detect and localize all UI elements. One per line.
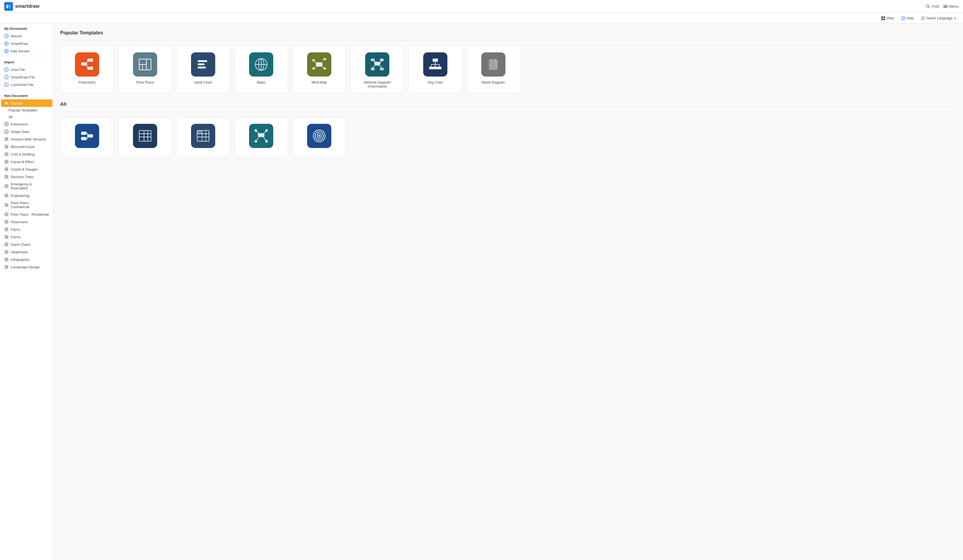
network-diagram-icon <box>369 57 385 73</box>
svg-rect-33 <box>5 137 8 141</box>
sidebar-item-microsoft-azure[interactable]: Microsoft Azure <box>0 143 54 151</box>
template-card-floor-plans[interactable]: Floor Plans <box>118 46 172 93</box>
org-chart-icon <box>427 57 443 73</box>
svg-rect-46 <box>5 243 8 246</box>
svg-line-4 <box>929 7 930 8</box>
sidebar-item-charts---gauges[interactable]: Charts & Gauges <box>0 165 54 173</box>
sidebar-item-lucidchart-file[interactable]: L Lucidchart File <box>0 81 54 88</box>
all-5-icon-wrap <box>307 124 331 148</box>
svg-rect-75 <box>374 62 380 66</box>
search-label: Find <box>932 4 939 8</box>
view-button[interactable]: View <box>879 15 896 21</box>
sidebar-item-recent[interactable]: Recent <box>0 32 54 40</box>
sidebar-item-floor-plans---commercial[interactable]: Floor Plans - Commercial <box>0 199 54 210</box>
svg-rect-84 <box>433 58 438 62</box>
smartdraw-file-label: SmartDraw File <box>11 75 35 79</box>
blank-icon-wrap <box>481 52 506 76</box>
mind-map-icon-wrap <box>307 52 331 76</box>
all-3-icon-wrap <box>191 124 215 148</box>
sidebar-list-icon-10 <box>4 220 8 224</box>
svg-point-123 <box>318 135 320 137</box>
main-layout: My Documents Recent SmartDraw Add Servic… <box>0 24 963 560</box>
popular-templates-sub-label: Popular Templates <box>8 108 37 112</box>
sidebar-list-icon-13 <box>4 242 8 246</box>
svg-rect-78 <box>371 68 374 70</box>
sidebar-item-extensions[interactable]: Extensions <box>0 120 54 128</box>
template-card-all-4[interactable] <box>234 117 288 156</box>
template-card-gantt[interactable]: Gantt Chart <box>176 46 230 93</box>
svg-marker-18 <box>6 43 7 44</box>
maps-label: Maps <box>257 80 266 84</box>
language-label: Select Language <box>926 16 953 20</box>
svg-rect-91 <box>433 66 438 69</box>
template-card-all-5[interactable] <box>292 117 346 156</box>
sidebar-item-emergency---evacuation[interactable]: Emergency & Evacuation <box>0 180 54 192</box>
sidebar-item-infographics[interactable]: Infographics <box>0 256 54 263</box>
maps-icon-wrap <box>249 52 273 76</box>
template-card-org-chart[interactable]: Org Chart <box>409 46 462 93</box>
svg-rect-47 <box>5 250 8 254</box>
shape-data-icon: $ <box>4 129 8 134</box>
sidebar-list-label-12: Forms <box>11 235 21 239</box>
sidebar-item-flowcharts[interactable]: Flowcharts <box>0 218 54 226</box>
recent-label: Recent <box>11 34 22 38</box>
all-template-grid <box>60 117 957 156</box>
all-sub-label: All <box>8 115 12 119</box>
template-card-all-2[interactable] <box>118 117 172 156</box>
floor-plans-label: Floor Plans <box>136 80 154 84</box>
my-documents-label: My Documents <box>0 24 54 32</box>
floor-plans-icon <box>137 57 153 73</box>
template-card-network[interactable]: Network Diagram (Automated) <box>350 46 404 93</box>
sidebar-list-label-6: Emergency & Evacuation <box>11 182 49 190</box>
all-5-icon <box>311 128 327 144</box>
recent-icon <box>4 34 8 38</box>
template-card-maps[interactable]: Maps <box>234 46 288 93</box>
sidebar-item-smartdraw-file[interactable]: S SmartDraw File <box>0 73 54 81</box>
smartdraw-icon <box>4 41 8 46</box>
svg-rect-61 <box>198 66 206 68</box>
svg-line-54 <box>86 64 88 68</box>
svg-rect-41 <box>5 203 8 207</box>
all-1-icon <box>79 128 95 144</box>
sidebar-item-amazon-web-services[interactable]: Amazon Web Services <box>0 135 54 143</box>
svg-rect-34 <box>5 145 8 149</box>
sidebar-item-smartdraw[interactable]: SmartDraw <box>0 40 54 47</box>
template-card-all-1[interactable] <box>60 117 114 156</box>
svg-line-53 <box>86 60 88 64</box>
sidebar-list-icon-4 <box>4 167 8 172</box>
sidebar-item-engineering[interactable]: Engineering <box>0 192 54 199</box>
svg-rect-48 <box>5 257 8 261</box>
sidebar-item-gantt-charts[interactable]: Gantt Charts <box>0 241 54 248</box>
sidebar-item-decision-trees[interactable]: Decision Trees <box>0 173 54 180</box>
template-card-mind-map[interactable]: Mind Map <box>292 46 346 93</box>
search-button[interactable]: Find <box>926 4 939 8</box>
sidebar-item-healthcare[interactable]: Healthcare <box>0 248 54 256</box>
sidebar-item-add-service[interactable]: Add Service <box>0 47 54 55</box>
sidebar-item-floor-plans---residential[interactable]: Floor Plans - Residential <box>0 210 54 218</box>
language-button[interactable]: G Select Language <box>919 15 959 21</box>
sidebar-item-cad---drafting[interactable]: CAD & Drafting <box>0 151 54 158</box>
sidebar-item-forms[interactable]: Forms <box>0 233 54 241</box>
lucidchart-file-label: Lucidchart File <box>11 83 34 87</box>
org-chart-icon-wrap <box>423 52 447 76</box>
sidebar-sub-popular-templates[interactable]: Popular Templates <box>0 107 54 113</box>
sidebar-sub-all[interactable]: All <box>0 113 54 120</box>
sidebar-item-popular[interactable]: Popular <box>1 99 52 107</box>
sidebar-item-visio-file[interactable]: V Visio File <box>0 66 54 73</box>
sidebar-item-flyers[interactable]: Flyers <box>0 226 54 233</box>
sidebar-list-label-3: Cause & Effect <box>11 160 34 164</box>
template-card-flowcharts[interactable]: Flowcharts <box>60 46 114 93</box>
menu-button[interactable]: Menu <box>944 4 959 8</box>
svg-marker-28 <box>5 102 8 105</box>
network-icon-wrap <box>365 52 389 76</box>
sidebar-list-icon-2 <box>4 152 8 156</box>
sidebar-item-cause---effect[interactable]: Cause & Effect <box>0 158 54 165</box>
help-button[interactable]: ? Help <box>899 15 916 21</box>
sidebar-item-landscape-design[interactable]: Landscape Design <box>0 263 54 271</box>
svg-rect-71 <box>312 59 315 61</box>
template-card-all-3[interactable] <box>176 117 230 156</box>
template-card-blank[interactable]: Blank Diagram <box>467 46 520 93</box>
all-3-icon <box>195 128 211 144</box>
header-right: Find Menu <box>926 4 959 8</box>
sidebar-item-shape-data[interactable]: $ Shape Data <box>0 128 54 135</box>
